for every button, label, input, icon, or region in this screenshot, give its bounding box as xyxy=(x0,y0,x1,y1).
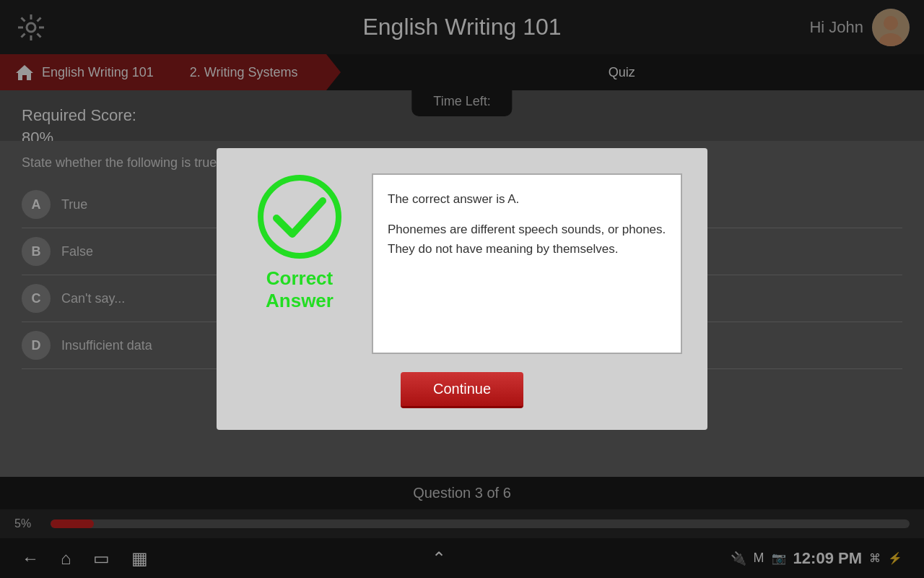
correct-icon-area: CorrectAnswer xyxy=(242,173,357,312)
continue-button[interactable]: Continue xyxy=(401,372,523,408)
modal-content: CorrectAnswer The correct answer is A. P… xyxy=(242,173,682,354)
svg-point-13 xyxy=(261,178,339,256)
modal-dialog: CorrectAnswer The correct answer is A. P… xyxy=(217,148,707,430)
checkmark-icon xyxy=(256,173,343,260)
correct-label: CorrectAnswer xyxy=(266,267,334,312)
explanation-box: The correct answer is A. Phonemes are di… xyxy=(372,173,682,354)
modal-overlay: CorrectAnswer The correct answer is A. P… xyxy=(0,0,924,578)
explanation-text: The correct answer is A. Phonemes are di… xyxy=(388,189,666,259)
